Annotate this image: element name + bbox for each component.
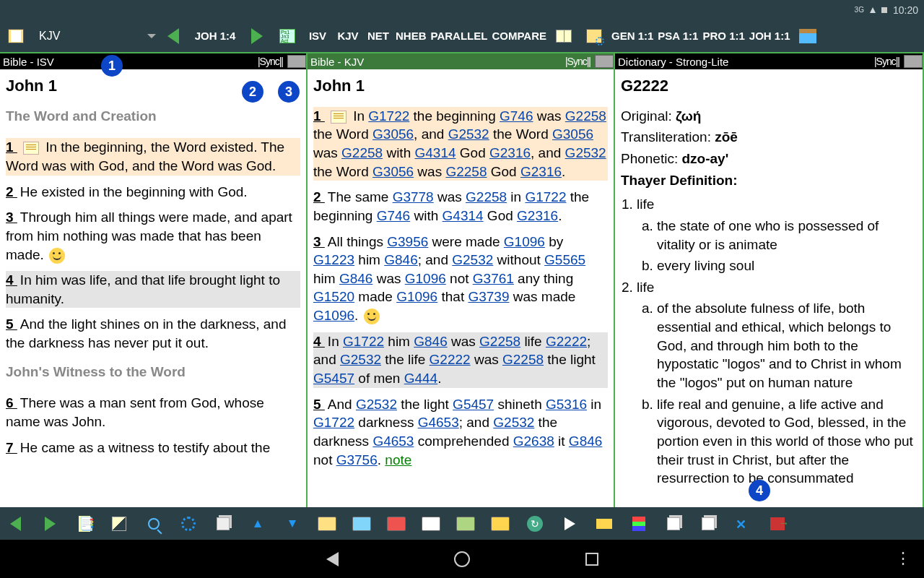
verse-6[interactable]: 6 There was a man sent from God, whose n… — [6, 394, 300, 431]
android-menu[interactable]: ⋮ — [895, 556, 911, 562]
list-icon[interactable]: Ps1Jn3Act — [274, 23, 300, 49]
view-parallel[interactable]: PARALLEL — [431, 23, 488, 49]
android-recent[interactable] — [585, 553, 598, 566]
shortcut-psa[interactable]: PSA 1:1 — [658, 23, 698, 49]
chapter-title: John 1 — [313, 75, 608, 97]
pane-isv: Bible - ISV|Sync|| John 1 The Word and C… — [0, 52, 308, 507]
phonetic-row: Phonetic: dzo-ay' — [621, 150, 917, 168]
sync-button[interactable]: |Sync|| — [258, 56, 284, 67]
book-menu-icon[interactable] — [3, 23, 29, 49]
edit-button[interactable] — [108, 513, 130, 535]
android-home[interactable] — [454, 551, 470, 567]
settings-button[interactable] — [178, 513, 199, 535]
back-button[interactable] — [4, 513, 26, 535]
verse-3[interactable]: 3 All things G3956 were made G1096 by G1… — [313, 233, 608, 325]
page-button[interactable] — [663, 513, 684, 535]
pane-dict-body[interactable]: G2222 Original: ζωή Transliteration: zōē… — [615, 69, 923, 507]
verse-7[interactable]: 7 He came as a witness to testify about … — [6, 439, 300, 457]
pane-dict-header[interactable]: Dictionary - Strong-Lite|Sync|| — [615, 53, 923, 69]
section-title-2: John's Witness to the Word — [6, 363, 300, 381]
close-pane-icon[interactable] — [595, 55, 614, 68]
forward-button[interactable] — [39, 513, 61, 535]
android-back[interactable] — [326, 552, 339, 566]
tools-button[interactable] — [732, 513, 754, 535]
play-button[interactable] — [559, 513, 580, 535]
bottom-toolbar: 📑 — [0, 507, 924, 540]
pane-dict: Dictionary - Strong-Lite|Sync|| G2222 Or… — [615, 52, 924, 507]
verse-4[interactable]: 4 In G1722 him G846 was G2258 life G2222… — [313, 332, 608, 388]
refresh-button[interactable] — [524, 513, 546, 535]
definition-header: Thayer Definition: — [621, 171, 917, 190]
pane-isv-header[interactable]: Bible - ISV|Sync|| — [0, 53, 306, 69]
shop-icon[interactable] — [795, 23, 821, 49]
pane-kjv-body[interactable]: John 1 1 In G1722 the beginning G746 was… — [308, 69, 614, 507]
down-button[interactable] — [282, 513, 303, 535]
section-title: The Word and Creation — [6, 107, 300, 126]
pane-kjv-title: Bible - KJV — [310, 56, 364, 68]
tag-button[interactable] — [593, 513, 615, 535]
next-verse-button[interactable] — [244, 23, 270, 49]
shortcut-joh[interactable]: JOH 1:1 — [749, 23, 790, 49]
view-net[interactable]: NET — [365, 23, 391, 49]
close-pane-icon[interactable] — [904, 55, 923, 68]
view-kjv[interactable]: KJV — [335, 23, 361, 49]
book-c[interactable] — [351, 513, 372, 535]
open-book-icon[interactable] — [551, 23, 577, 49]
verse-3[interactable]: 3 Through him all things were made, and … — [6, 208, 300, 264]
shortcut-gen[interactable]: GEN 1:1 — [611, 23, 653, 49]
verse-4[interactable]: 4 In him was life, and that life brought… — [6, 271, 300, 308]
sync-button[interactable]: |Sync|| — [565, 56, 592, 67]
network-icon: 3G — [855, 7, 864, 14]
pane-isv-title: Bible - ISV — [3, 56, 54, 68]
shortcut-pro[interactable]: PRO 1:1 — [702, 23, 744, 49]
battery-icon — [881, 7, 887, 13]
verse-2[interactable]: 2 He existed in the beginning with God. — [6, 183, 300, 202]
copy-button[interactable] — [212, 513, 234, 535]
book-b[interactable] — [489, 513, 511, 535]
view-compare[interactable]: COMPARE — [492, 23, 546, 49]
note-icon[interactable] — [23, 142, 39, 155]
view-nheb[interactable]: NHEB — [396, 23, 427, 49]
pane-kjv: Bible - KJV|Sync|| John 1 1 In G1722 the… — [308, 52, 615, 507]
verse-5[interactable]: 5 And the light shines on in the darknes… — [6, 315, 300, 352]
marker-4: 4 — [749, 480, 770, 501]
search-button[interactable] — [143, 513, 165, 535]
definition-list: life the state of one who is possessed o… — [637, 195, 917, 488]
highlight-button[interactable] — [628, 513, 650, 535]
verse-1[interactable]: 1 In the beginning, the Word existed. Th… — [6, 138, 300, 175]
marker-3: 3 — [278, 81, 300, 103]
view-isv[interactable]: ISV — [305, 23, 331, 49]
original-row: Original: ζωή — [621, 107, 917, 126]
verse-1[interactable]: 1 In G1722 the beginning G746 was G2258 … — [313, 107, 608, 181]
pane-kjv-header[interactable]: Bible - KJV|Sync|| — [308, 53, 614, 69]
pane-isv-body[interactable]: John 1 The Word and Creation 1 In the be… — [0, 69, 306, 507]
marker-1: 1 — [101, 55, 123, 77]
smile-icon — [364, 309, 380, 324]
verse-5[interactable]: 5 And G2532 the light G5457 shineth G531… — [313, 395, 608, 470]
android-navbar: ⋮ — [0, 540, 924, 578]
pane-dict-title: Dictionary - Strong-Lite — [618, 56, 728, 68]
current-verse[interactable]: JOH 1:4 — [191, 30, 240, 42]
verse-2[interactable]: 2 The same G3778 was G2258 in G1722 the … — [313, 188, 608, 225]
clock: 10:20 — [893, 4, 918, 16]
prev-verse-button[interactable] — [160, 23, 186, 49]
marker-2: 2 — [242, 81, 263, 103]
page2-button[interactable] — [697, 513, 719, 535]
note-icon[interactable] — [331, 111, 346, 124]
translit-row: Transliteration: zōē — [621, 128, 917, 147]
settings-icon[interactable] — [581, 23, 607, 49]
close-pane-icon[interactable] — [287, 55, 306, 68]
signal-icon — [870, 7, 876, 13]
book-e[interactable] — [420, 513, 442, 535]
book-k[interactable] — [316, 513, 338, 535]
bookmark-button[interactable]: 📑 — [74, 513, 95, 535]
book-j[interactable] — [455, 513, 476, 535]
sync-button[interactable]: |Sync|| — [874, 56, 901, 67]
smile-icon — [49, 248, 65, 264]
up-button[interactable] — [247, 513, 269, 535]
strongs-code: G2222 — [621, 75, 917, 97]
book-d[interactable] — [385, 513, 407, 535]
exit-button[interactable] — [767, 513, 788, 535]
version-label: KJV — [39, 30, 60, 43]
version-selector[interactable]: KJV — [33, 23, 156, 49]
